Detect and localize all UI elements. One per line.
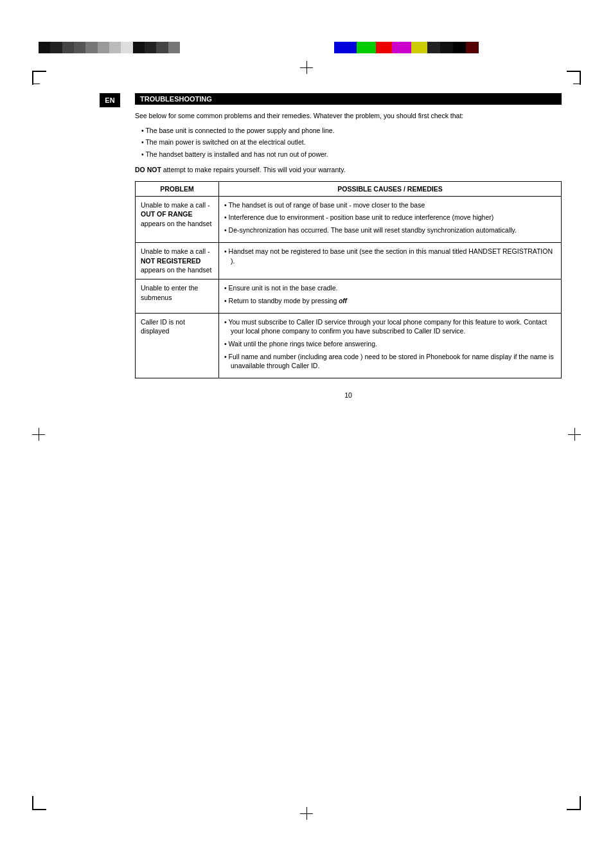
crosshair-bottom xyxy=(300,807,313,820)
color-seg xyxy=(145,42,156,53)
problem-cell: Unable to make a call - NOT REGISTERED a… xyxy=(136,242,219,279)
table-row: Unable to make a call - NOT REGISTERED a… xyxy=(136,242,562,279)
color-seg xyxy=(62,42,74,53)
color-seg xyxy=(121,42,132,53)
page-number: 10 xyxy=(135,391,562,399)
corner-bl xyxy=(32,796,46,810)
color-seg xyxy=(85,42,97,53)
remedies-cell: You must subscribe to Caller ID service … xyxy=(219,313,562,378)
color-seg xyxy=(98,42,109,53)
color-seg xyxy=(133,42,145,53)
crosshair-left xyxy=(32,428,45,441)
table-row: Caller ID is not displayed You must subs… xyxy=(136,313,562,378)
crosshair-top xyxy=(300,61,313,74)
color-seg xyxy=(39,42,50,53)
corner-br xyxy=(567,796,581,810)
checklist: The base unit is connected to the power … xyxy=(135,126,562,159)
off-button-text: off xyxy=(339,297,347,305)
col-header-remedies: POSSIBLE CAUSES / REMEDIES xyxy=(219,181,562,196)
col-header-problem: PROBLEM xyxy=(136,181,219,196)
problem-cell: Unable to enter the submenus xyxy=(136,279,219,313)
color-seg-dark4 xyxy=(466,42,479,53)
color-seg-red xyxy=(376,42,392,53)
remedy-item: You must subscribe to Caller ID service … xyxy=(224,317,556,336)
checklist-item: The base unit is connected to the power … xyxy=(141,126,562,136)
intro-text: See below for some common problems and t… xyxy=(135,111,562,121)
table-row: Unable to make a call - OUT OF RANGE app… xyxy=(136,196,562,242)
crosshair-right xyxy=(568,428,581,441)
remedies-cell: Handset may not be registered to base un… xyxy=(219,242,562,279)
remedy-list: The handset is out of range of base unit… xyxy=(224,200,556,235)
corner-line-tl-h xyxy=(32,84,40,84)
color-seg-dark2 xyxy=(440,42,453,53)
remedy-list: Ensure unit is not in the base cradle. R… xyxy=(224,283,556,306)
color-seg xyxy=(156,42,168,53)
main-content: TROUBLESHOOTING See below for some commo… xyxy=(135,93,562,399)
remedies-cell: Ensure unit is not in the base cradle. R… xyxy=(219,279,562,313)
color-seg-green xyxy=(357,42,376,53)
color-seg-dark1 xyxy=(427,42,440,53)
troubleshooting-table: PROBLEM POSSIBLE CAUSES / REMEDIES Unabl… xyxy=(135,181,562,378)
color-seg xyxy=(74,42,85,53)
remedy-list: You must subscribe to Caller ID service … xyxy=(224,317,556,371)
color-bar-right xyxy=(334,42,475,53)
color-seg-magenta xyxy=(392,42,411,53)
remedy-item: Wait until the phone rings twice before … xyxy=(224,339,556,349)
color-seg xyxy=(50,42,62,53)
lang-label: EN xyxy=(100,93,120,107)
remedy-list: Handset may not be registered to base un… xyxy=(224,247,556,265)
section-heading: TROUBLESHOOTING xyxy=(135,93,562,105)
corner-line-tr-h xyxy=(573,84,581,84)
color-seg-blue xyxy=(334,42,357,53)
checklist-item: The main power is switched on at the ele… xyxy=(141,137,562,147)
color-seg-dark3 xyxy=(453,42,466,53)
remedies-cell: The handset is out of range of base unit… xyxy=(219,196,562,242)
remedy-item: Full name and number (including area cod… xyxy=(224,352,556,371)
warning-text: DO NOT attempt to make repairs yourself.… xyxy=(135,166,562,173)
checklist-item: The handset battery is installed and has… xyxy=(141,150,562,159)
top-bar-area xyxy=(0,39,613,57)
remedy-item: Return to standby mode by pressing off xyxy=(224,296,556,306)
problem-cell: Unable to make a call - OUT OF RANGE app… xyxy=(136,196,219,242)
color-seg xyxy=(168,42,180,53)
remedy-item: Interference due to environment - positi… xyxy=(224,213,556,222)
remedy-item: Ensure unit is not in the base cradle. xyxy=(224,283,556,293)
color-bar-left xyxy=(39,42,180,53)
problem-cell: Caller ID is not displayed xyxy=(136,313,219,378)
table-row: Unable to enter the submenus Ensure unit… xyxy=(136,279,562,313)
color-seg-yellow xyxy=(411,42,427,53)
remedy-item: De-synchronization has occurred. The bas… xyxy=(224,226,556,235)
corner-tl xyxy=(32,71,46,85)
corner-tr xyxy=(567,71,581,85)
color-seg xyxy=(109,42,121,53)
remedy-item: Handset may not be registered to base un… xyxy=(224,247,556,265)
remedy-item: The handset is out of range of base unit… xyxy=(224,200,556,210)
